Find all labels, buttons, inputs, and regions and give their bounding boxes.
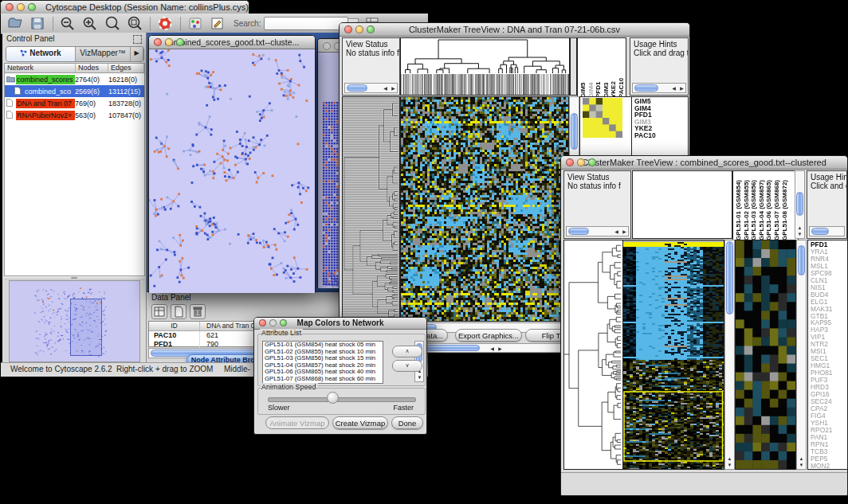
network-list-item[interactable]: combined_sco2569(6)13112(15)	[5, 85, 144, 97]
zoom-button[interactable]	[28, 3, 36, 11]
zoom-button[interactable]	[367, 25, 375, 33]
new-attribute-icon[interactable]	[171, 304, 186, 319]
treeview2-gene-list[interactable]: PFD1YRA1RNR4MSL1SPC98CLN1NIS1BUD4ELG1MAK…	[807, 240, 848, 470]
export-graphics-button[interactable]: Export Graphics...	[455, 329, 522, 342]
treeview2-heatmap-vscrollbar[interactable]: ▲ ▼	[724, 240, 735, 470]
zoom-fit-icon[interactable]	[127, 16, 143, 31]
create-vizmap-button[interactable]: Create Vizmap	[332, 416, 388, 429]
treeview1-heatmap[interactable]	[400, 96, 569, 322]
move-down-button[interactable]: ∨	[392, 360, 422, 372]
network-overview-canvas[interactable]	[10, 281, 138, 360]
scroll-left-icon[interactable]: ◀	[613, 229, 620, 235]
minimize-button[interactable]	[355, 25, 363, 33]
close-button[interactable]	[259, 319, 266, 326]
close-button[interactable]	[154, 38, 162, 46]
scroll-down-icon[interactable]: ▼	[798, 463, 805, 468]
usage-hints-hscrollbar[interactable]: ◀ ▶	[632, 83, 686, 93]
done-button[interactable]: Done	[391, 416, 423, 429]
zoom-out-icon[interactable]	[60, 16, 76, 31]
zoom-in-icon[interactable]	[82, 16, 98, 31]
move-up-button[interactable]: ∧	[392, 346, 422, 357]
minimize-button[interactable]	[17, 3, 25, 11]
scrollbar-thumb[interactable]	[634, 84, 658, 92]
network-list-item[interactable]: combined_scores2764(0)16218(0)	[5, 73, 144, 85]
column-tree-scrollbar[interactable]	[570, 37, 577, 96]
attribute-list[interactable]: GPL51-01 (GSM854) heat shock 05 minGPL51…	[262, 341, 383, 384]
network-edges-count: 183728(0)	[108, 100, 144, 107]
usage-hints-hscrollbar[interactable]	[809, 226, 845, 236]
scrollbar-thumb[interactable]	[347, 84, 367, 92]
scrollbar-thumb[interactable]	[726, 241, 733, 315]
slider-thumb[interactable]	[327, 392, 339, 404]
open-folder-icon[interactable]	[7, 16, 23, 31]
scroll-left-icon[interactable]: ◀	[670, 86, 677, 92]
network-list: combined_scores2764(0)16218(0)combined_s…	[4, 73, 145, 276]
animation-speed-slider[interactable]	[268, 397, 416, 402]
delete-attribute-icon[interactable]	[190, 304, 206, 319]
scrollbar-thumb[interactable]	[796, 192, 803, 216]
network1-titlebar[interactable]: combined_scores_good.txt--cluste...	[149, 36, 315, 49]
tab-overflow-arrow[interactable]: ▶	[131, 47, 143, 61]
network-overview-panel[interactable]	[9, 280, 140, 362]
scroll-right-icon[interactable]: ▶	[621, 229, 628, 235]
gene-label[interactable]: MON2	[811, 463, 847, 470]
network-list-item[interactable]: RNAPuberNov2+563(0)107847(0)	[5, 109, 144, 121]
save-icon[interactable]	[29, 16, 45, 31]
search-input[interactable]: ▼	[264, 17, 348, 30]
scroll-right-icon[interactable]: ▶	[497, 346, 504, 352]
scroll-right-icon[interactable]: ▶	[390, 86, 397, 92]
close-button[interactable]	[6, 3, 14, 11]
zoom-button[interactable]	[280, 319, 287, 326]
view-status-hscrollbar[interactable]: ◀ ▶	[566, 226, 629, 236]
network1-canvas[interactable]	[149, 49, 315, 293]
scroll-down-icon[interactable]: ▼	[796, 232, 803, 237]
scroll-down-icon[interactable]: ▼	[726, 463, 733, 468]
zoom-selected-icon[interactable]	[104, 16, 120, 31]
column-header-edges[interactable]: Edges	[108, 64, 144, 72]
scrollbar-thumb[interactable]	[811, 228, 829, 235]
annotation-icon[interactable]	[210, 16, 226, 31]
float-panel-icon[interactable]	[133, 35, 142, 44]
scroll-left-icon[interactable]: ◀	[382, 86, 389, 92]
treeview2-zoom-heatmap[interactable]	[735, 240, 796, 470]
treeview2-labels-vscrollbar[interactable]: ▲ ▼	[795, 170, 805, 239]
zoom-button[interactable]	[176, 38, 184, 46]
treeview1-zoom-matrix[interactable]	[583, 98, 622, 138]
scroll-right-icon[interactable]: ▶	[678, 86, 685, 92]
help-lifebuoy-icon[interactable]	[157, 16, 173, 31]
tab-network[interactable]: Network	[6, 47, 76, 61]
zoom-button[interactable]	[588, 158, 596, 166]
treeview2-titlebar[interactable]: ClusterMaker TreeView : combined_scores_…	[561, 156, 847, 170]
network-list-item[interactable]: DNA and Tran 07769(0)183728(0)	[5, 97, 144, 109]
scroll-up-icon[interactable]: ▲	[796, 225, 803, 231]
minimize-button[interactable]	[269, 319, 277, 326]
column-header-nodes[interactable]: Nodes	[76, 64, 108, 72]
treeview2-row-dendrogram[interactable]	[563, 240, 623, 470]
scrollbar-thumb[interactable]	[798, 245, 805, 275]
treeview1-titlebar[interactable]: ClusterMaker TreeView : DNA and Tran 07-…	[340, 23, 689, 37]
dialog-titlebar[interactable]: Map Colors to Network	[254, 318, 426, 330]
vizmap-nodes-icon[interactable]	[187, 16, 203, 31]
attribute-list-item[interactable]: GPL51-07 (GSM868) heat shock 60 min	[263, 376, 383, 383]
close-button[interactable]	[566, 158, 574, 166]
close-button[interactable]	[344, 25, 352, 33]
view-status-hscrollbar[interactable]: ◀ ▶	[344, 83, 398, 93]
column-header-network[interactable]: Network	[5, 64, 76, 72]
minimize-button[interactable]	[165, 38, 173, 46]
main-titlebar[interactable]: Cytoscape Desktop (Session Name: collins…	[1, 1, 249, 14]
tab-vizmapper[interactable]: VizMapper™	[76, 47, 131, 61]
scrollbar-thumb[interactable]	[568, 228, 589, 235]
scrollbar-thumb[interactable]	[571, 113, 578, 150]
treeview1-column-dendrogram[interactable]	[400, 37, 570, 96]
scroll-left-icon[interactable]: ◀	[489, 346, 496, 352]
scroll-up-icon[interactable]: ▲	[798, 456, 805, 462]
select-attributes-icon[interactable]	[151, 304, 167, 319]
column-header-id[interactable]: ID	[149, 322, 200, 330]
scroll-down-icon[interactable]: ▼	[416, 375, 423, 381]
treeview1-row-dendrogram[interactable]	[342, 96, 400, 322]
scroll-up-icon[interactable]: ▲	[726, 456, 733, 462]
minimize-button[interactable]	[577, 158, 585, 166]
treeview2-zoom-vscrollbar[interactable]: ▲ ▼	[796, 240, 807, 470]
network-table-header: Network Nodes Edges	[4, 63, 145, 73]
treeview2-heatmap[interactable]	[622, 240, 724, 470]
